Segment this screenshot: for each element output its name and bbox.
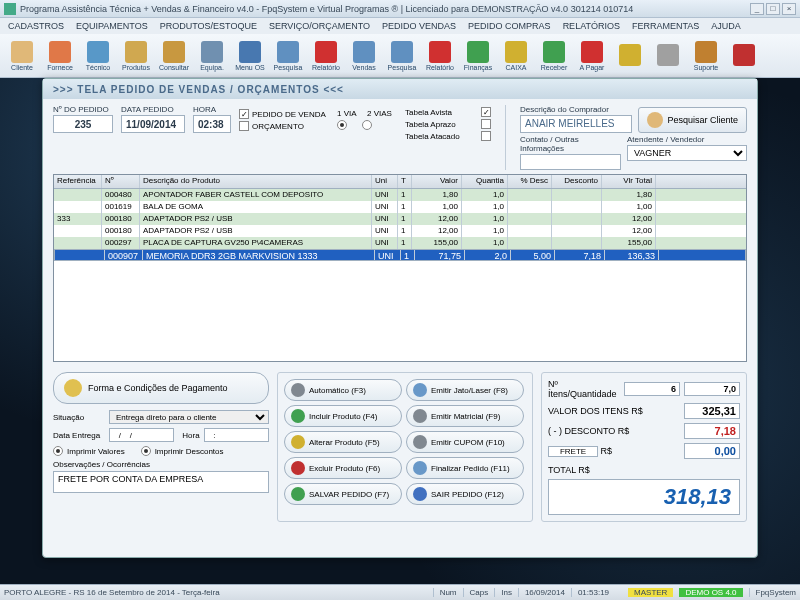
action-panel: Automático (F3)Emitir Jato/Laser (F8)Inc… [277,372,533,522]
action-button[interactable]: SAIR PEDIDO (F12) [406,483,524,505]
grand-total: 318,13 [548,479,740,515]
toolbar-icon [11,41,33,63]
discount-value: 7,18 [684,423,740,439]
app-icon [4,3,16,15]
chk-avista[interactable]: ✓ [481,107,491,117]
tb-suporte[interactable]: Suporte [688,36,724,75]
col-header[interactable]: Referência [54,175,102,188]
table-row[interactable]: 000480APONTADOR FABER CASTELL COM DEPOSI… [54,189,746,201]
buyer-name[interactable]: ANAIR MEIRELLES [520,115,632,133]
col-header[interactable]: T [398,175,412,188]
tb-cliente[interactable]: Cliente [4,36,40,75]
action-button[interactable]: SALVAR PEDIDO (F7) [284,483,402,505]
toolbar-icon [315,41,337,63]
col-header[interactable]: Valor [412,175,462,188]
toolbar-icon [619,44,641,66]
menu-serviço/orçamento[interactable]: SERVIÇO/ORÇAMENTO [269,21,370,31]
menu-produtos/estoque[interactable]: PRODUTOS/ESTOQUE [160,21,257,31]
tb-fornece[interactable]: Fornece [42,36,78,75]
col-header[interactable]: Desconto [552,175,602,188]
tb-pesquisa[interactable]: Pesquisa [384,36,420,75]
col-header[interactable]: Vlr Total [602,175,656,188]
toolbar-icon [467,41,489,63]
action-icon [413,409,427,423]
action-button[interactable]: Automático (F3) [284,379,402,401]
status-demo: DEMO OS 4.0 [679,588,742,597]
tb-equipa.[interactable]: Equipa. [194,36,230,75]
action-button[interactable]: Emitir Matricial (F9) [406,405,524,427]
tb-técnico[interactable]: Técnico [80,36,116,75]
action-button[interactable]: Emitir Jato/Laser (F8) [406,379,524,401]
menu-relatórios[interactable]: RELATÓRIOS [563,21,620,31]
table-row[interactable]: 333000180ADAPTADOR PS2 / USBUNI112,001,0… [54,213,746,225]
action-button[interactable]: Excluir Produto (F6) [284,457,402,479]
chk-aprazo[interactable] [481,119,491,129]
tb-vendas[interactable]: Vendas [346,36,382,75]
tb-produtos[interactable]: Produtos [118,36,154,75]
vendor-select[interactable]: VAGNER [627,145,747,161]
order-num-label: Nº DO PEDIDO [53,105,113,114]
maximize-button[interactable]: □ [766,3,780,15]
table-row[interactable]: 000907MEMORIA DDR3 2GB MARKVISION 1333UN… [54,249,746,261]
tb-a pagar[interactable]: A Pagar [574,36,610,75]
delivery-time[interactable] [204,428,269,442]
table-row[interactable]: 000180ADAPTADOR PS2 / USBUNI112,001,012,… [54,225,746,237]
action-button[interactable]: Alterar Produto (F5) [284,431,402,453]
tb-consultar[interactable]: Consultar [156,36,192,75]
table-row[interactable]: 001619BALA DE GOMAUNI11,001,01,00 [54,201,746,213]
close-button[interactable]: × [782,3,796,15]
tb-finanças[interactable]: Finanças [460,36,496,75]
menu-cadastros[interactable]: CADASTROS [8,21,64,31]
col-header[interactable]: Quantia [462,175,508,188]
radio-1via[interactable] [337,120,347,130]
tb-btn[interactable] [726,36,762,75]
menu-ferramentas[interactable]: FERRAMENTAS [632,21,699,31]
toolbar-icon [657,44,679,66]
col-header[interactable]: % Desc [508,175,552,188]
menu-pedido vendas[interactable]: PEDIDO VENDAS [382,21,456,31]
tb-relatório[interactable]: Relatório [422,36,458,75]
chk-orcamento[interactable] [239,121,249,131]
tb-btn[interactable] [650,36,686,75]
payment-button[interactable]: Forma e Condições de Pagamento [53,372,269,404]
tb-menu os[interactable]: Menu OS [232,36,268,75]
tb-receber[interactable]: Receber [536,36,572,75]
table-row[interactable]: 000297PLACA DE CAPTURA GV250 P\4CAMERASU… [54,237,746,249]
minimize-button[interactable]: _ [750,3,764,15]
contact-label: Contato / Outras Informações [520,135,621,153]
tb-pesquisa[interactable]: Pesquisa [270,36,306,75]
col-header[interactable]: Descrição do Produto [140,175,372,188]
radio-imprimir-valores[interactable] [53,446,63,456]
product-grid[interactable]: ReferênciaNºDescrição do ProdutoUniTValo… [53,174,747,362]
radio-2vias[interactable] [362,120,372,130]
obs-text[interactable]: FRETE POR CONTA DA EMPRESA [53,471,269,493]
delivery-date[interactable] [109,428,174,442]
tb-caixa[interactable]: CAIXA [498,36,534,75]
coins-icon [64,379,82,397]
menu-pedido compras[interactable]: PEDIDO COMPRAS [468,21,551,31]
order-date[interactable]: 11/09/2014 [121,115,185,133]
toolbar-icon [391,41,413,63]
action-button[interactable]: Finalizar Pedido (F11) [406,457,524,479]
col-header[interactable]: Uni [372,175,398,188]
tb-btn[interactable] [612,36,648,75]
radio-imprimir-descontos[interactable] [141,446,151,456]
chk-atacado[interactable] [481,131,491,141]
chk-venda[interactable]: ✓ [239,109,249,119]
toolbar: ClienteForneceTécnicoProdutosConsultarEq… [0,34,800,78]
toolbar-icon [695,41,717,63]
tb-relatório[interactable]: Relatório [308,36,344,75]
action-button[interactable]: Emitir CUPOM (F10) [406,431,524,453]
obs-label: Observações / Ocorrências [53,460,269,469]
menu-ajuda[interactable]: AJUDA [711,21,741,31]
situacao-select[interactable]: Entrega direto para o cliente [109,410,269,424]
search-client-button[interactable]: Pesquisar Cliente [638,107,747,133]
buyer-desc-label: Descrição do Comprador [520,105,632,114]
col-header[interactable]: Nº [102,175,140,188]
frete-input[interactable] [548,446,598,457]
action-button[interactable]: Incluir Produto (F4) [284,405,402,427]
menu-equipamentos[interactable]: EQUIPAMENTOS [76,21,148,31]
toolbar-icon [543,41,565,63]
order-time[interactable]: 02:38 [193,115,231,133]
contact-input[interactable] [520,154,621,170]
